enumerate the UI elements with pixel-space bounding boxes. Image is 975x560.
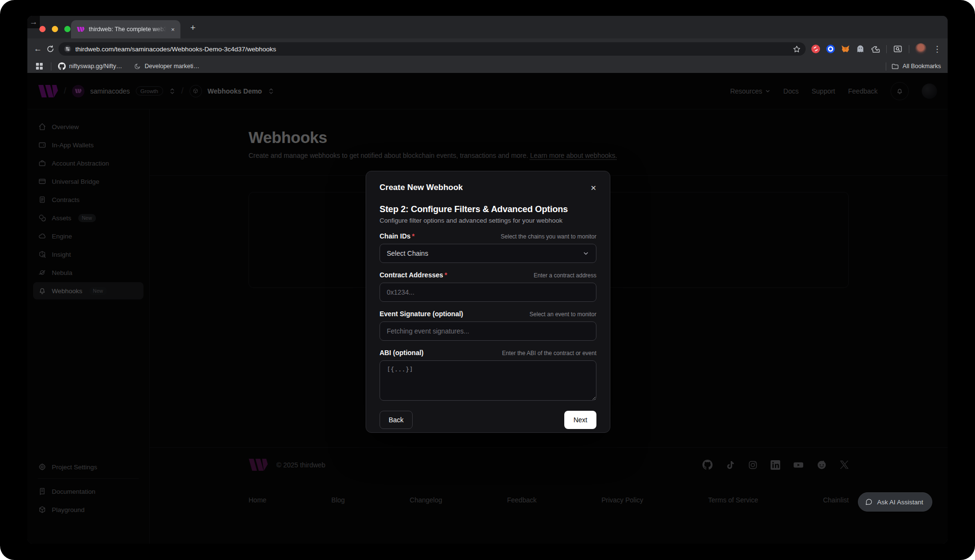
create-webhook-modal: Create New Webhook ✕ Step 2: Configure F… xyxy=(366,171,610,433)
blue-wallet-extension-icon[interactable] xyxy=(825,44,836,54)
chat-bubble-icon xyxy=(865,498,873,506)
desktop-background: thirdweb: The complete web3 × + ← → thir… xyxy=(0,0,975,560)
required-asterisk: * xyxy=(445,271,447,279)
chain-ids-hint: Select the chains you want to monitor xyxy=(501,233,596,240)
select-chains-dropdown[interactable]: Select Chains xyxy=(380,244,596,263)
modal-title: Create New Webhook xyxy=(380,183,463,192)
tab-title: thirdweb: The complete web3 xyxy=(89,26,166,33)
contract-addresses-label: Contract Addresses* xyxy=(380,271,447,279)
extensions-puzzle-icon[interactable] xyxy=(870,44,880,54)
minimize-window-button[interactable] xyxy=(52,26,58,32)
crescent-icon xyxy=(134,63,141,70)
close-window-button[interactable] xyxy=(39,26,46,32)
reload-icon xyxy=(47,45,54,53)
chain-ids-field: Chain IDs* Select the chains you want to… xyxy=(380,232,596,263)
step-title: Step 2: Configure Filters & Advanced Opt… xyxy=(380,204,596,214)
abi-hint: Enter the ABI of the contract or event xyxy=(502,350,596,357)
step-subtitle: Configure filter options and advanced se… xyxy=(380,217,596,224)
bookmark-label: Developer marketi… xyxy=(144,63,199,70)
abi-field: ABI (optional) Enter the ABI of the cont… xyxy=(380,349,596,401)
folder-icon xyxy=(892,63,899,70)
all-bookmarks-label: All Bookmarks xyxy=(903,63,941,70)
bookmarks-bar: niftyswap.gg/Nifty… Developer marketi… A… xyxy=(27,60,948,73)
event-signature-input[interactable] xyxy=(380,322,596,341)
event-signature-hint: Select an event to monitor xyxy=(530,311,596,318)
browser-profile-avatar[interactable] xyxy=(915,43,927,55)
required-asterisk: * xyxy=(412,232,415,240)
chevron-down-icon xyxy=(583,250,589,257)
bookmark-item[interactable]: Developer marketi… xyxy=(134,63,199,70)
chain-ids-label: Chain IDs* xyxy=(380,232,415,240)
url-bar[interactable]: thirdweb.com/team/saminacodes/Webhooks-D… xyxy=(59,42,806,56)
event-signature-field: Event Signature (optional) Select an eve… xyxy=(380,310,596,341)
window-controls[interactable] xyxy=(39,26,71,32)
bookmark-label: niftyswap.gg/Nifty… xyxy=(69,63,122,70)
browser-toolbar: ← → thirdweb.com/team/saminacodes/Webhoo… xyxy=(27,38,948,60)
contract-addresses-input[interactable] xyxy=(380,283,596,302)
fullscreen-window-button[interactable] xyxy=(64,26,71,32)
new-tab-button[interactable]: + xyxy=(187,22,199,34)
toolbar-separator xyxy=(909,45,909,53)
close-icon[interactable]: ✕ xyxy=(590,184,596,191)
contract-addresses-field: Contract Addresses* Enter a contract add… xyxy=(380,271,596,302)
back-button[interactable]: Back xyxy=(380,411,413,429)
url-text[interactable]: thirdweb.com/team/saminacodes/Webhooks-D… xyxy=(75,46,789,53)
ask-ai-assistant-label: Ask AI Assistant xyxy=(877,499,923,506)
bookmark-star-icon[interactable] xyxy=(793,45,801,53)
back-button[interactable]: ← xyxy=(32,43,44,55)
thirdweb-favicon-icon xyxy=(77,25,84,33)
next-button[interactable]: Next xyxy=(564,411,596,429)
apps-grid-icon[interactable] xyxy=(34,61,45,71)
tab-strip: thirdweb: The complete web3 × + xyxy=(27,16,948,38)
thirdweb-dashboard: / saminacodes Growth / Webhooks Demo xyxy=(27,73,948,544)
red-extension-icon[interactable] xyxy=(810,44,821,54)
ghost-extension-icon[interactable] xyxy=(855,44,866,54)
event-signature-label: Event Signature (optional) xyxy=(380,310,463,318)
close-tab-icon[interactable]: × xyxy=(171,26,175,33)
abi-textarea[interactable] xyxy=(380,360,596,401)
bookmarks-separator xyxy=(886,62,886,71)
browser-tab[interactable]: thirdweb: The complete web3 × xyxy=(71,20,180,38)
reload-button[interactable] xyxy=(44,43,57,55)
ask-ai-assistant-button[interactable]: Ask AI Assistant xyxy=(858,492,932,512)
extensions-row: ⋮ xyxy=(809,43,943,55)
toolbar-separator xyxy=(886,45,887,53)
bookmark-item[interactable]: niftyswap.gg/Nifty… xyxy=(58,62,122,70)
tab-search-icon[interactable] xyxy=(892,44,903,54)
abi-label: ABI (optional) xyxy=(380,349,424,357)
github-icon xyxy=(58,62,66,70)
bookmarks-separator xyxy=(51,62,51,71)
contract-addresses-hint: Enter a contract address xyxy=(534,272,596,279)
select-chains-value: Select Chains xyxy=(387,250,428,257)
fox-wallet-extension-icon[interactable] xyxy=(840,44,851,54)
browser-window: thirdweb: The complete web3 × + ← → thir… xyxy=(27,16,948,544)
all-bookmarks[interactable]: All Bookmarks xyxy=(884,62,941,71)
forward-button[interactable]: → xyxy=(27,16,40,28)
site-settings-icon[interactable] xyxy=(64,45,71,53)
browser-menu-button[interactable]: ⋮ xyxy=(931,43,943,55)
